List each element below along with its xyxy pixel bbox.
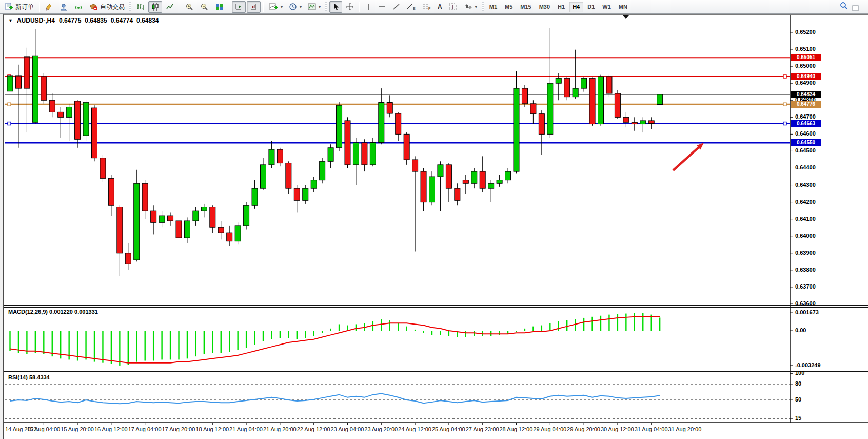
- price-line-badge: 0.64550: [791, 139, 821, 146]
- horizontal-line-tool-button[interactable]: [376, 1, 389, 13]
- line-handle[interactable]: [8, 103, 11, 106]
- indicators-add-icon: [269, 3, 279, 11]
- price-tick-label: 0.63900: [795, 250, 816, 256]
- paint-icon: [45, 3, 53, 11]
- svg-text:T: T: [451, 4, 454, 10]
- bar-chart-button[interactable]: [133, 1, 147, 13]
- line-handle[interactable]: [8, 122, 11, 125]
- price-tick-label: 0.64900: [795, 80, 816, 86]
- equidistant-channel-icon: E: [407, 3, 416, 11]
- chart-shift-marker[interactable]: [623, 15, 629, 19]
- bull-candle: [159, 216, 165, 222]
- signal-button[interactable]: [72, 1, 86, 13]
- candlestick-chart-button[interactable]: [148, 1, 162, 13]
- timeframe-h4-button[interactable]: H4: [569, 2, 583, 12]
- styler-button[interactable]: [42, 1, 56, 13]
- time-axis-label: 31 Aug 20:00: [668, 426, 702, 432]
- vertical-line-icon: [365, 3, 372, 11]
- bull-candle: [581, 78, 587, 88]
- rsi-indicator: [5, 384, 790, 418]
- bull-candle: [7, 76, 13, 91]
- fibonacci-icon: F: [422, 3, 431, 11]
- new-order-button[interactable]: 新订单: [2, 1, 36, 13]
- channel-tool-button[interactable]: E: [404, 1, 419, 13]
- toolbar-separator: [180, 2, 180, 12]
- shapes-tool-button[interactable]: ▾: [461, 1, 480, 13]
- timeframe-w1-button[interactable]: W1: [599, 2, 615, 12]
- bull-candle: [337, 105, 342, 148]
- price-line-badge: 0.64834: [791, 91, 821, 98]
- tile-windows-icon: [215, 3, 224, 11]
- price-tick-label: 0.64500: [795, 147, 816, 154]
- chart-window[interactable]: ▼ AUDUSD-,H4 0.64775 0.64835 0.64774 0.6…: [3, 14, 868, 439]
- crosshair-tool-button[interactable]: [343, 1, 357, 13]
- indicators-button[interactable]: ▾: [266, 1, 285, 13]
- templates-button[interactable]: ▾: [305, 1, 323, 13]
- text-label-icon: T: [448, 3, 458, 11]
- auto-trading-button[interactable]: 自动交易: [87, 1, 127, 13]
- timeframe-d1-button[interactable]: D1: [584, 2, 598, 12]
- timeframe-mn-button[interactable]: MN: [615, 2, 631, 12]
- chart-shift-button[interactable]: [247, 1, 261, 13]
- time-axis-label: 25 Aug 04:00: [432, 426, 465, 432]
- bear-candle: [446, 165, 451, 188]
- time-axis-label: 29 Aug 04:00: [533, 426, 566, 432]
- bear-candle: [623, 117, 629, 122]
- zoom-in-button[interactable]: [183, 1, 196, 13]
- timeframe-m15-button[interactable]: M15: [517, 2, 535, 12]
- bull-candle: [244, 205, 249, 226]
- bear-candle: [404, 134, 409, 160]
- bull-candle: [134, 183, 140, 260]
- rsi-level-label: 50: [795, 396, 801, 403]
- vertical-line-tool-button[interactable]: [362, 1, 374, 13]
- bear-candle: [564, 78, 570, 97]
- bull-candle: [657, 94, 663, 105]
- cursor-tool-button[interactable]: [329, 1, 342, 13]
- bull-candle: [328, 148, 333, 161]
- chart-canvas[interactable]: [4, 15, 868, 439]
- line-chart-button[interactable]: [163, 1, 177, 13]
- text-label-tool-button[interactable]: T: [446, 1, 460, 13]
- bear-candle: [49, 100, 55, 112]
- timeframe-h1-button[interactable]: H1: [554, 2, 568, 12]
- timeframe-m5-button[interactable]: M5: [501, 2, 516, 12]
- text-tool-button[interactable]: A: [435, 1, 445, 13]
- time-axis[interactable]: [10, 423, 685, 425]
- chart-shift-icon: [249, 3, 258, 11]
- profile-button[interactable]: [57, 1, 71, 13]
- rsi-level-label: 100: [795, 370, 804, 376]
- arrow-annotation[interactable]: [673, 143, 704, 170]
- line-handle[interactable]: [783, 103, 786, 106]
- shapes-arrows-icon: [464, 3, 473, 11]
- time-axis-label: 23 Aug 04:00: [331, 426, 364, 432]
- zoom-out-button[interactable]: [198, 1, 211, 13]
- text-icon: A: [438, 3, 442, 10]
- notifications-button[interactable]: 1: [852, 2, 863, 12]
- time-axis-label: 28 Aug 12:00: [500, 426, 533, 432]
- bear-candle: [530, 104, 536, 114]
- candles: [7, 28, 663, 276]
- tile-windows-button[interactable]: [212, 1, 226, 13]
- time-axis-label: 17 Aug 04:00: [128, 426, 162, 432]
- rsi-pane-label: RSI(14) 58.4334: [8, 374, 50, 380]
- bull-candle: [429, 177, 435, 202]
- search-icon[interactable]: [839, 1, 849, 12]
- bear-candle: [277, 149, 283, 163]
- auto-scroll-button[interactable]: [232, 1, 246, 13]
- timeframe-m1-button[interactable]: M1: [486, 2, 501, 12]
- time-axis-label: 24 Aug 12:00: [398, 426, 431, 432]
- fibonacci-tool-button[interactable]: F: [420, 1, 434, 13]
- timeframe-group: M1M5M15M30H1H4D1W1MN: [486, 2, 631, 12]
- timeframe-m30-button[interactable]: M30: [536, 2, 554, 12]
- periods-button[interactable]: ▾: [286, 1, 304, 13]
- price-tick-label: 0.65000: [795, 63, 816, 69]
- line-handle[interactable]: [783, 75, 786, 78]
- trendline-tool-button[interactable]: [390, 1, 403, 13]
- rsi-line: [10, 394, 660, 404]
- chat-bubble-icon: [852, 5, 859, 11]
- bear-candle: [396, 113, 401, 134]
- bear-candle: [632, 122, 637, 124]
- line-handle[interactable]: [783, 122, 786, 125]
- macd-pane-label: MACD(12,26,9) 0.001220 0.001331: [8, 309, 98, 315]
- price-line-badge: 0.65051: [791, 54, 821, 61]
